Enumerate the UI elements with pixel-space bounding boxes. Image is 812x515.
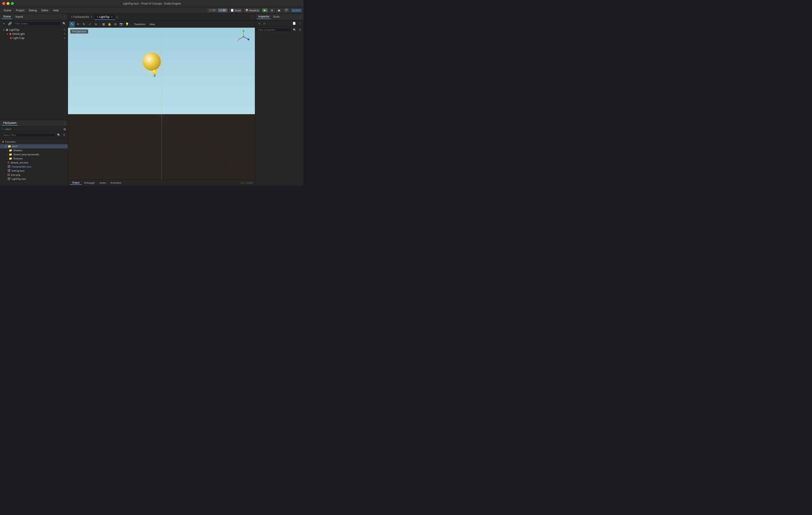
right-panel: Inspector Node ⋮ ◁ ▷ 📄 ⋮ 🔍 ⇅ bbox=[255, 13, 303, 186]
fs-item-lighttop-file[interactable]: 🎬 LightTop.tscn bbox=[0, 177, 68, 181]
inspector-toolbar: ◁ ▷ 📄 ⋮ bbox=[255, 20, 303, 27]
tab-node[interactable]: Node bbox=[272, 15, 281, 19]
fs-sort-icon[interactable]: ⇅ bbox=[62, 133, 66, 137]
tab-output[interactable]: Output bbox=[70, 181, 82, 185]
lightcap-visibility[interactable]: 👁 bbox=[63, 37, 66, 39]
fs-item-fairbankswx[interactable]: 🎬 FairbanksWx.tscn bbox=[0, 165, 68, 169]
mode-3d-button[interactable]: ⬡ 3D bbox=[218, 8, 228, 12]
omnilight-visibility[interactable]: 👁 bbox=[63, 33, 66, 35]
tab-animation[interactable]: Animation bbox=[108, 181, 124, 185]
viewport-3d[interactable]: Perspective 💡 Y X bbox=[68, 28, 255, 179]
fs-item-streetlamp[interactable]: › 📁 Street Lamp (tyrosmith) bbox=[0, 152, 68, 156]
close-button[interactable] bbox=[2, 2, 5, 5]
icefog-label: IceFog.tscn bbox=[11, 170, 25, 172]
movie-button[interactable]: 🎬 bbox=[284, 8, 289, 12]
fs-view-toggle[interactable]: ▦ bbox=[63, 127, 66, 131]
move-tool[interactable]: ✛ bbox=[75, 22, 81, 27]
stop-button[interactable]: ⏹ bbox=[277, 9, 282, 12]
fairbankswx-tab-close[interactable]: ✕ bbox=[91, 16, 92, 18]
icon-label: icon.png bbox=[11, 174, 20, 176]
rotate-tool[interactable]: ↻ bbox=[81, 22, 87, 27]
gles-badge[interactable]: GLES3 bbox=[291, 9, 302, 12]
instance-button[interactable]: 🔗 bbox=[7, 21, 12, 26]
fs-more-button[interactable]: ⋮ bbox=[63, 121, 66, 125]
svg-line-10 bbox=[162, 114, 243, 179]
play-button[interactable]: ▶ bbox=[262, 8, 267, 12]
select-tool[interactable]: ↖ bbox=[69, 22, 75, 27]
textures-label: Textures bbox=[13, 157, 23, 160]
tree-item-lightcap[interactable]: Light Cap 👁 bbox=[0, 36, 68, 40]
light-tool[interactable]: 💡 bbox=[124, 22, 130, 27]
view-button[interactable]: View bbox=[148, 23, 157, 26]
tab-debugger[interactable]: Debugger bbox=[82, 181, 97, 185]
inspector-history-fwd[interactable]: ▷ bbox=[262, 21, 267, 26]
add-tab-button[interactable]: + bbox=[115, 15, 119, 19]
scene-more-button[interactable]: ⋮ bbox=[63, 15, 66, 19]
inspector-script-icon[interactable]: 📄 bbox=[292, 21, 296, 26]
pause-button[interactable]: ⏸ bbox=[269, 9, 274, 12]
toolbar-separator-2 bbox=[131, 22, 131, 26]
menubar-right: ⬡ 2D ⬡ 3D 📄 Script 📦 AssetLib ▶ ⏸ ⏹ 🎬 GL… bbox=[207, 8, 302, 12]
inspector-sort-icon[interactable]: ⇅ bbox=[298, 28, 302, 32]
add-node-button[interactable]: + bbox=[1, 21, 6, 26]
minimize-button[interactable] bbox=[6, 2, 9, 5]
inspector-filter-icon[interactable]: 🔍 bbox=[292, 28, 297, 32]
fs-item-icon[interactable]: 🖼 icon.png bbox=[0, 173, 68, 177]
tree-item-lighttop[interactable]: ▼ LightTop 👁 bbox=[0, 28, 68, 32]
lighttop-tab-icon: ● bbox=[97, 16, 98, 18]
maximize-viewport-button[interactable]: ⛶ bbox=[251, 16, 254, 19]
fs-item-textures[interactable]: › 📁 Textures bbox=[0, 156, 68, 160]
inspector-settings-icon[interactable]: ⋮ bbox=[297, 21, 302, 26]
scale-all-tool[interactable]: ⇲ bbox=[93, 22, 98, 27]
assetlib-button[interactable]: 📦 AssetLib bbox=[244, 8, 260, 12]
tab-scene[interactable]: Scene bbox=[2, 14, 12, 19]
menu-editor[interactable]: Editor bbox=[40, 8, 50, 12]
assetlib-icon: 📦 bbox=[245, 9, 249, 12]
tab-lighttop[interactable]: ● LightTop ✕ bbox=[95, 14, 115, 20]
fs-path: res:// bbox=[5, 128, 62, 130]
menu-debug[interactable]: Debug bbox=[27, 8, 38, 12]
search-files-input[interactable] bbox=[1, 133, 56, 137]
fs-search-icon[interactable]: 🔍 bbox=[56, 133, 61, 137]
lighttop-visibility[interactable]: 👁 bbox=[63, 29, 66, 31]
filter-search-icon[interactable]: 🔍 bbox=[62, 21, 66, 26]
fs-item-defaultenv[interactable]: ⚙ default_env.tres bbox=[0, 160, 68, 165]
fs-item-res[interactable]: ▼ 📁 res:// bbox=[0, 144, 68, 148]
svg-text:X: X bbox=[237, 40, 238, 42]
mode-2d-button[interactable]: ⬡ 2D bbox=[207, 8, 217, 12]
lock-tool[interactable]: 🔒 bbox=[107, 22, 112, 27]
window-controls[interactable] bbox=[2, 2, 14, 5]
tree-item-omnilight[interactable]: ▼ OmniLight 👁 bbox=[0, 32, 68, 36]
tab-import[interactable]: Import bbox=[14, 15, 25, 19]
menu-project[interactable]: Project bbox=[14, 8, 26, 12]
tab-audio[interactable]: Audio bbox=[97, 181, 108, 185]
fs-item-icefog[interactable]: 🎬 IceFog.tscn bbox=[0, 169, 68, 173]
filter-nodes-input[interactable] bbox=[13, 22, 61, 26]
menu-scene[interactable]: Scene bbox=[2, 8, 13, 12]
script-button[interactable]: 📄 Script bbox=[229, 8, 242, 12]
inspector-more-button[interactable]: ⋮ bbox=[299, 15, 302, 19]
transform-button[interactable]: Transform bbox=[132, 23, 147, 26]
scale-tool[interactable]: ⤢ bbox=[87, 22, 92, 27]
grid-tool[interactable]: ▦ bbox=[101, 22, 106, 27]
tab-fairbankswx[interactable]: ● FairbanksWx ✕ bbox=[69, 14, 95, 20]
menu-help[interactable]: Help bbox=[51, 8, 60, 12]
favorites-section: ★ Favorites: bbox=[0, 139, 68, 144]
camera-tool[interactable]: 📷 bbox=[118, 22, 124, 27]
mode-buttons: ⬡ 2D ⬡ 3D bbox=[207, 8, 228, 12]
fs-forward-button[interactable]: › bbox=[4, 127, 4, 131]
favorites-star-icon: ★ bbox=[2, 140, 4, 143]
fs-header: FileSystem ⋮ bbox=[0, 120, 68, 127]
filter-properties-input[interactable] bbox=[257, 28, 291, 32]
viewport-gizmo[interactable]: Y X bbox=[237, 30, 250, 43]
streetlamp-folder-icon: 📁 bbox=[9, 153, 12, 156]
fs-back-button[interactable]: ‹ bbox=[2, 127, 3, 131]
tab-filesystem[interactable]: FileSystem bbox=[2, 121, 18, 125]
group-tool[interactable]: ⊞ bbox=[113, 22, 118, 27]
lighttop-tab-close[interactable]: ✕ bbox=[111, 16, 113, 18]
tab-inspector[interactable]: Inspector bbox=[257, 14, 271, 19]
fs-item-shaders[interactable]: › 📁 Shaders bbox=[0, 148, 68, 152]
maximize-button[interactable] bbox=[11, 2, 14, 5]
inspector-history-back[interactable]: ◁ bbox=[257, 21, 261, 26]
viewport-toolbar: ↖ ✛ ↻ ⤢ ⇲ ▦ 🔒 ⊞ 📷 💡 Transform View bbox=[68, 21, 255, 28]
